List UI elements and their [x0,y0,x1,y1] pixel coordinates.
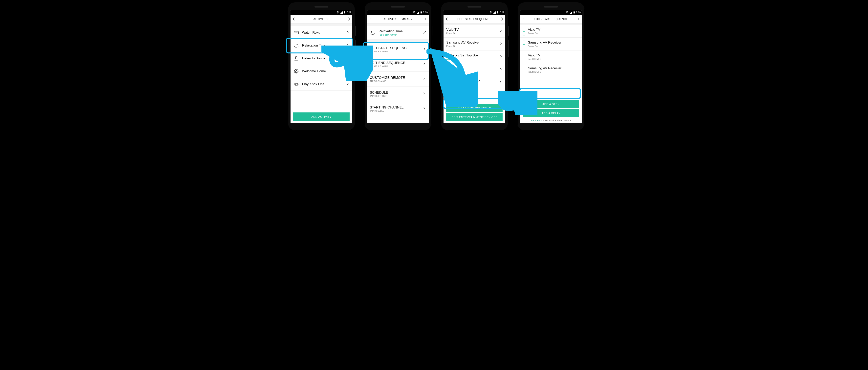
device-label: Motorola Set Top Box [446,54,499,58]
svg-point-24 [567,13,567,13]
svg-point-20 [491,13,491,13]
back-button[interactable] [522,17,525,21]
hint-text: about start and end actions. [542,119,572,122]
status-bar: 7:29 [520,10,582,15]
edit-icon[interactable] [423,31,426,35]
row-sub: TAP TO SET TIME [370,95,423,97]
add-activity-button[interactable]: ADD ACTIVITY [293,112,349,121]
activity-row-welcome-home[interactable]: Welcome Home [290,65,352,78]
forward-button[interactable] [347,17,351,21]
phone-speaker [544,6,558,7]
screen-header: ACTIVITY SUMMARY [367,15,429,24]
forward-button[interactable] [424,17,427,21]
phone-side-button [585,26,585,36]
activity-row-play-xbox[interactable]: Play Xbox One [290,78,352,91]
screen-header: ACTIVITIES [290,15,352,24]
learn-more-link[interactable]: Learn more [530,119,542,122]
row-sub: TAP TO SELECT [370,110,423,112]
step-sub: Power On [528,32,579,34]
phone-speaker [391,6,405,7]
device-row[interactable]: Motorola Set Top BoxAlways On [443,51,505,63]
row-starting-channel[interactable]: STARTING CHANNEL TAP TO SELECT [367,101,429,116]
edit-home-controls-button[interactable]: EDIT HOME CONTROLS [446,104,502,112]
status-time: 7:29 [423,11,428,14]
step-row[interactable]: Samsung AV ReceiverInput HDMI 1 [520,63,582,76]
chevron-right-icon [346,57,349,60]
device-row[interactable]: Samsung AV ReceiverPower On [443,38,505,51]
back-button[interactable] [445,17,449,21]
step-row[interactable]: Vizio TVInput HDMI 1 [520,51,582,63]
chevron-right-icon [346,44,349,47]
svg-point-13 [297,85,298,85]
activity-row-watch-roku[interactable]: ROKU Watch Roku [290,26,352,39]
forward-button[interactable] [500,17,504,21]
device-row[interactable]: Vizio TVPower On [443,25,505,38]
svg-marker-21 [493,11,496,14]
bath-icon [370,30,376,36]
status-bar: 7:29 [367,10,429,15]
row-schedule[interactable]: SCHEDULE TAP TO SET TIME [367,87,429,101]
home-icon [293,68,299,74]
battery-icon [420,11,422,14]
row-label: CUSTOMIZE REMOTE [370,76,423,80]
device-row[interactable]: Samsung AV ReceiverHDMI 1 [443,76,505,89]
activity-row-relaxation-time[interactable]: Relaxation Time [290,39,352,52]
chevron-right-icon [499,81,502,84]
summary-hero[interactable]: Relaxation Time Tap to start Activity [367,26,429,39]
phone-side-button [355,26,356,36]
phone-speaker [467,6,482,7]
edit-entertainment-devices-button[interactable]: EDIT ENTERTAINMENT DEVICES [446,113,502,121]
phone-side-button [508,26,509,36]
forward-button[interactable] [577,17,580,21]
svg-point-19 [374,31,374,32]
device-label: Samsung AV Receiver [446,41,499,44]
svg-point-12 [297,84,297,84]
device-sub: HDMI 1 [446,71,499,73]
activities-list: ROKU Watch Roku Relaxation Time SONOS Li… [290,24,352,123]
device-label: Samsung AV Receiver [446,79,499,83]
row-label: EDIT START SEQUENCE [370,46,423,50]
back-button[interactable] [292,17,296,21]
svg-rect-2 [344,11,345,13]
wifi-icon [489,11,492,14]
screen-header: EDIT START SEQUENCE [520,15,582,24]
chevron-right-icon [423,107,426,110]
chevron-right-icon [346,31,349,34]
wifi-icon [566,11,568,14]
svg-marker-25 [570,11,572,14]
drag-handle-icon[interactable] [523,26,526,36]
status-time: 7:29 [576,11,581,14]
svg-marker-1 [340,11,343,14]
screen-title: ACTIVITIES [296,18,347,21]
signal-icon [417,11,419,14]
activity-row-listen-sonos[interactable]: SONOS Listen to Sonos [290,52,352,65]
step-label: Vizio TV [528,28,579,32]
add-step-button[interactable]: ADD A STEP [523,100,579,108]
row-customize-remote[interactable]: CUSTOMIZE REMOTE TAP TO CHANGE [367,72,429,87]
screen: 7:29 EDIT START SEQUENCE Vizio TVPower O… [520,10,582,123]
svg-point-7 [297,44,298,44]
step-sub: Power On [528,45,579,47]
row-edit-start-sequence[interactable]: EDIT START SEQUENCE TV, STB & 3 MORE [367,42,429,57]
summary-hero-label: Relaxation Time [378,29,423,33]
phone-edit-sequence-b: 7:29 EDIT START SEQUENCE Vizio TVPower O… [517,2,585,131]
signal-icon [340,11,343,14]
device-row[interactable]: Vizio TVHDMI 1 [443,63,505,76]
step-row[interactable]: Vizio TVPower On [520,25,582,38]
svg-point-0 [338,13,338,13]
screen: 7:29 ACTIVITY SUMMARY Relaxation Time Ta… [367,10,429,123]
back-button[interactable] [369,17,372,21]
chevron-right-icon [423,92,426,96]
device-sub: HDMI 1 [446,83,499,86]
sequence-body: Vizio TVPower On Samsung AV ReceiverPowe… [520,24,582,123]
chevron-right-icon [499,55,502,59]
activity-label: Welcome Home [302,69,346,73]
step-row[interactable]: Samsung AV ReceiverPower On [520,38,582,51]
chevron-right-icon [423,47,426,51]
svg-rect-8 [296,57,297,59]
screen-title: EDIT START SEQUENCE [525,18,577,21]
drag-handle-icon[interactable] [523,39,526,49]
battery-icon [344,11,345,14]
add-delay-button[interactable]: ADD A DELAY [523,109,579,117]
row-edit-end-sequence[interactable]: EDIT END SEQUENCE TV, STB & 3 MORE [367,57,429,72]
